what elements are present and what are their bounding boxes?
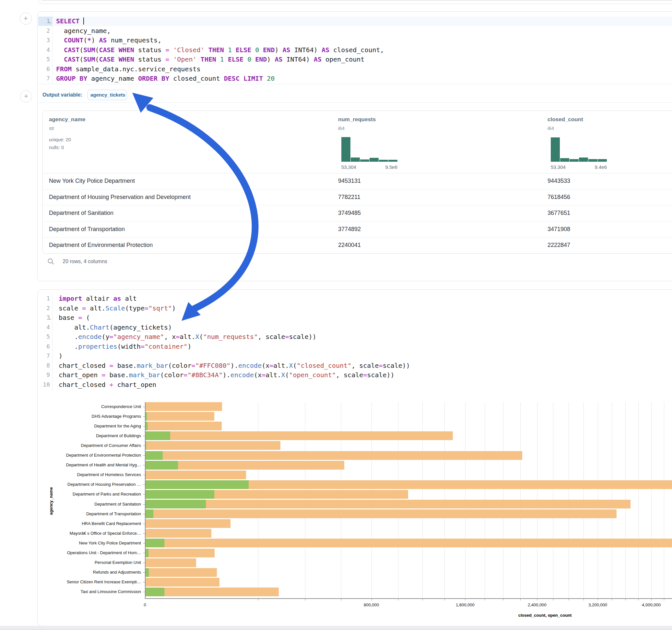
code-line[interactable]: alt.Chart(agency_tickets) (59, 323, 172, 332)
table-cell: Department of Environmental Protection (49, 237, 153, 253)
code-line[interactable]: agency_name, (56, 26, 111, 35)
bar-closed-count (145, 568, 217, 577)
bar-open-count (145, 539, 164, 547)
y-axis-label: Department of Buildings (38, 433, 141, 438)
previous-cell-strip (41, 0, 672, 1)
collapse-chevron-icon[interactable]: ⌄ (48, 19, 52, 25)
x-axis-tick-label: 0 (125, 602, 164, 607)
y-axis-label: Department of Housing Preservation … (38, 482, 141, 487)
column-header[interactable]: agency_name (49, 116, 85, 123)
column-header[interactable]: closed_count (548, 116, 583, 123)
histogram-bar (598, 159, 607, 162)
table-cell: 7782211 (338, 189, 360, 205)
column-unique: unique: 20 (49, 137, 71, 142)
bar-open-count (145, 461, 178, 469)
gutter-divider (52, 14, 52, 84)
bar-closed-count (145, 500, 630, 508)
bar-open-count (145, 431, 170, 440)
code-line[interactable]: base = ( (59, 313, 90, 322)
code-line[interactable]: SELECT (56, 17, 84, 26)
code-line[interactable]: chart_closed = base.mark_bar(color="#FFC… (59, 361, 410, 370)
y-axis-label: New York City Police Department (38, 540, 141, 546)
table-cell: 2240041 (338, 237, 361, 253)
code-line[interactable]: CAST(SUM(CASE WHEN status = 'Open' THEN … (56, 55, 364, 64)
code-output-divider (38, 84, 672, 84)
histogram-bar (388, 160, 398, 162)
code-line[interactable]: FROM sample_data.nyc.service_requests (56, 65, 201, 74)
bar-closed-count (145, 509, 617, 518)
table-cell: 9443533 (548, 173, 570, 189)
add-cell-button-output[interactable]: + (20, 91, 32, 102)
column-type: i64 (548, 125, 554, 131)
histogram-bar (570, 159, 579, 162)
line-number: 9 (35, 370, 50, 380)
x-axis-tick-label: 4,000,000 (632, 602, 671, 607)
line-number: 7 (35, 74, 50, 83)
table-row: Department of Sanitation37494853677651 (43, 205, 672, 221)
table-cell: 3677651 (548, 205, 570, 221)
code-line[interactable]: .properties(width="container") (59, 342, 191, 351)
bar-closed-count (145, 578, 219, 587)
bar-closed-count (145, 549, 215, 557)
gridline (664, 402, 664, 598)
table-cell: Department of Transportation (49, 221, 125, 237)
y-axis-label: Department of Health and Mental Hyg… (38, 462, 141, 467)
gridline (651, 402, 652, 598)
output-variable-input[interactable]: agency_tickets (88, 90, 127, 100)
line-number: 2 (35, 26, 50, 35)
add-cell-button-top[interactable]: + (20, 13, 32, 25)
bar-closed-count (145, 421, 222, 430)
histogram-bar (589, 159, 597, 162)
code-line[interactable]: CAST(SUM(CASE WHEN status = 'Closed' THE… (56, 45, 384, 54)
code-line[interactable]: ) (59, 351, 63, 360)
bar-closed-count (145, 470, 246, 479)
line-number: 4 (35, 45, 50, 54)
sql-cell-panel: SELECT agency_name, COUNT(*) AS num_requ… (37, 11, 672, 281)
line-number: 1 (35, 294, 50, 303)
table-cell: 3471908 (548, 221, 570, 237)
table-row: Department of Environmental Protection22… (43, 237, 672, 253)
histogram-min-label: 53,304 (551, 164, 566, 170)
table-cell: New York City Police Department (49, 173, 135, 189)
y-axis-label: Department for the Aging (38, 423, 141, 429)
histogram-bar (379, 160, 388, 162)
column-header[interactable]: num_requests (338, 116, 376, 123)
table-row: Department of Transportation377489234719… (43, 221, 672, 238)
table-cell: Department of Sanitation (49, 205, 114, 221)
code-line[interactable]: GROUP BY agency_name ORDER BY closed_cou… (56, 74, 274, 83)
y-axis-label: Department of Consumer Affairs (38, 443, 141, 448)
line-number: 3 (35, 35, 50, 45)
code-line[interactable]: chart_closed + chart_open (59, 380, 156, 389)
histogram-bar (341, 137, 351, 162)
code-line[interactable]: import altair as alt (59, 294, 137, 303)
histogram-max-label: 9.4e6 (587, 164, 607, 170)
table-cell: 9453131 (338, 173, 361, 189)
bar-open-count (145, 490, 214, 499)
histogram-bar (579, 158, 588, 162)
table-cell: Department of Housing Preservation and D… (49, 189, 191, 205)
line-number: 6 (35, 342, 50, 351)
bar-closed-count (145, 402, 222, 411)
column-type: str (49, 125, 54, 131)
code-line[interactable]: COUNT(*) AS num_requests, (56, 35, 162, 45)
code-line[interactable]: .encode(y="agency_name", x=alt.X("num_re… (59, 332, 316, 341)
histogram-bar (551, 138, 560, 162)
y-axis-label: Department of Environmental Protection (38, 453, 141, 458)
search-icon[interactable] (47, 258, 54, 266)
code-line[interactable]: scale = alt.Scale(type="sqrt") (59, 304, 176, 313)
code-line[interactable]: chart_open = base.mark_bar(color="#8BC34… (59, 370, 394, 380)
table-cell: 3774892 (338, 221, 361, 237)
bar-open-count (145, 500, 206, 508)
active-line-highlight (52, 17, 672, 26)
y-axis-label: Department of Homeless Services (38, 472, 141, 477)
notebook-page: + + SELECT agency_name, COUNT(*) AS num_… (0, 0, 672, 630)
line-number: 8 (35, 361, 50, 370)
column-type: i64 (338, 125, 344, 131)
y-axis-label: Personal Exemption Unit (38, 560, 141, 565)
bar-open-count (145, 451, 163, 460)
line-number: 4 (35, 323, 50, 332)
y-axis-label: Operations Unit - Department of Hom… (38, 550, 141, 555)
table-cell: 7618456 (548, 189, 570, 205)
histogram-bar (360, 160, 369, 162)
collapse-chevron-icon[interactable]: ⌄ (48, 315, 52, 321)
